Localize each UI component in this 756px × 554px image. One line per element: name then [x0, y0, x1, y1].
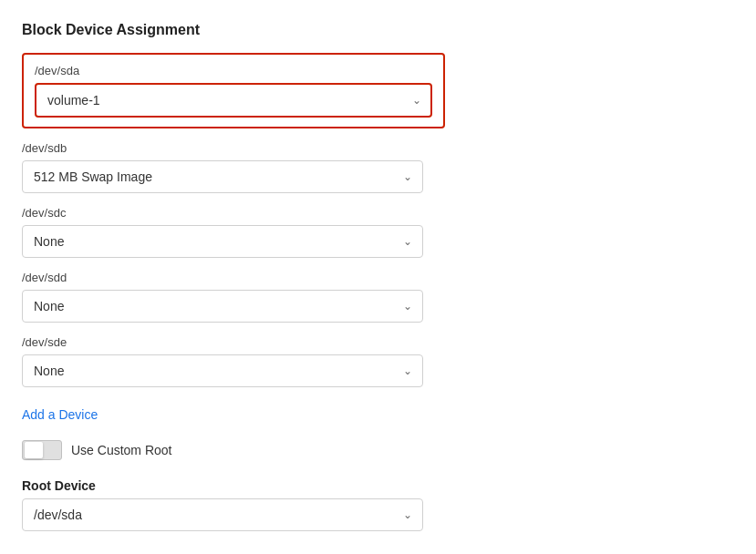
add-device-link[interactable]: Add a Device	[22, 407, 98, 422]
section-title: Block Device Assignment	[22, 22, 734, 38]
root-device-select[interactable]: /dev/sda/dev/sdb/dev/sdc/dev/sdd/dev/sde	[22, 498, 423, 531]
root-device-label: Root Device	[22, 478, 734, 493]
device-label-sdd: /dev/sdd	[22, 271, 734, 284]
toggle-label: Use Custom Root	[71, 443, 171, 457]
device-group-sde: /dev/sdeNonevolume-1512 MB Swap Image⌄	[22, 335, 734, 387]
device-select-sdd[interactable]: Nonevolume-1512 MB Swap Image	[22, 290, 423, 323]
custom-root-toggle[interactable]	[22, 440, 62, 460]
device-group-sdd: /dev/sddNonevolume-1512 MB Swap Image⌄	[22, 271, 734, 323]
device-select-sde[interactable]: Nonevolume-1512 MB Swap Image	[22, 354, 423, 387]
device-label-sde: /dev/sde	[22, 335, 734, 349]
device-label-sdc: /dev/sdc	[22, 206, 734, 220]
toggle-knob	[25, 442, 43, 458]
device-group-sda: /dev/sdavolume-1None⌄	[22, 53, 445, 128]
device-select-sda[interactable]: volume-1None	[35, 83, 432, 118]
device-group-sdc: /dev/sdcNonevolume-1512 MB Swap Image⌄	[22, 206, 734, 258]
device-label-sdb: /dev/sdb	[22, 141, 734, 155]
device-label-sda: /dev/sda	[35, 64, 432, 77]
device-group-sdb: /dev/sdb512 MB Swap ImageNone⌄	[22, 141, 734, 193]
device-select-sdb[interactable]: 512 MB Swap ImageNone	[22, 160, 423, 193]
device-select-sdc[interactable]: Nonevolume-1512 MB Swap Image	[22, 225, 423, 258]
